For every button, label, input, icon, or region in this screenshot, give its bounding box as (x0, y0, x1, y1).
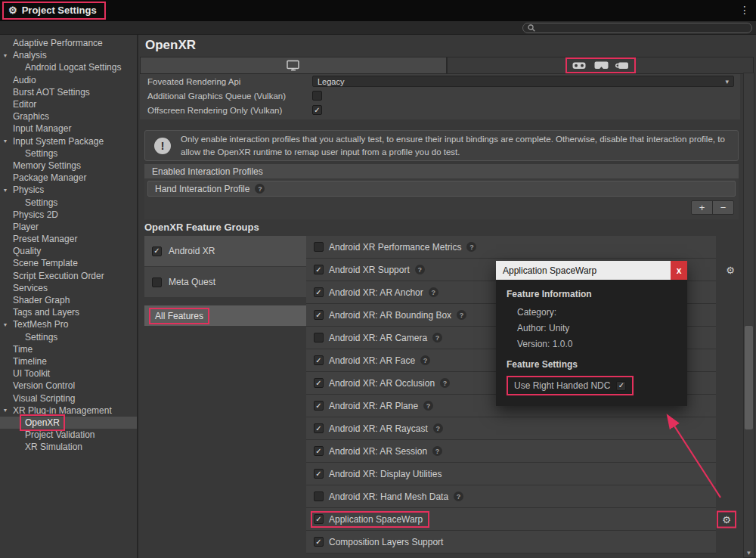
help-icon[interactable]: ? (255, 184, 265, 194)
checkbox-android-xr[interactable]: ✓ (152, 246, 162, 256)
sidebar-item-player[interactable]: Player (0, 221, 137, 233)
sidebar-item-ui-toolkit[interactable]: UI Toolkit (0, 367, 137, 380)
use-right-handed-ndc-row[interactable]: Use Right Handed NDC ✓ (508, 377, 632, 394)
checkbox-android-xr-support[interactable]: ✓ (314, 265, 324, 274)
tab-vr[interactable] (447, 57, 754, 74)
foldout-arrow-icon[interactable]: ▼ (0, 322, 11, 327)
checkbox-android-xr-ar-bounding-box[interactable]: ✓ (314, 310, 324, 320)
sidebar-item-version-control[interactable]: Version Control (0, 380, 137, 392)
vertical-scrollbar[interactable]: ▼ (743, 73, 754, 558)
profile-hand-interaction[interactable]: Hand Interaction Profile ? (147, 181, 736, 197)
sidebar-item-package-manager[interactable]: Package Manager (0, 172, 137, 184)
sidebar-item-input-manager[interactable]: Input Manager (0, 122, 137, 135)
checkbox-composition-layers-support[interactable]: ✓ (314, 537, 324, 547)
help-icon[interactable]: ? (433, 423, 443, 433)
checkbox-android-xr-performance-metrics[interactable] (314, 242, 324, 252)
sidebar-item-script-execution-order[interactable]: Script Execution Order (0, 270, 137, 282)
feature-row-android-xr-display-utilities[interactable]: ✓Android XR: Display Utilities (306, 463, 716, 485)
checkbox-android-xr-ar-face[interactable]: ✓ (314, 355, 324, 365)
checkbox-android-xr-ar-camera[interactable] (314, 333, 324, 343)
sidebar-item-graphics[interactable]: Graphics (0, 110, 137, 122)
checkbox-android-xr-ar-raycast[interactable]: ✓ (314, 423, 324, 433)
checkbox-android-xr-display-utilities[interactable]: ✓ (314, 469, 324, 479)
sidebar-item-xr-plug-in-management[interactable]: ▼XR Plug-in Management (0, 405, 137, 417)
foldout-arrow-icon[interactable]: ▼ (0, 188, 11, 193)
popup-titlebar[interactable]: Application SpaceWarp x (496, 261, 687, 280)
headset-strap-icon (615, 60, 629, 70)
sidebar-item-tags-and-layers[interactable]: Tags and Layers (0, 306, 137, 318)
sidebar-item-audio[interactable]: Audio (0, 74, 137, 86)
foldout-arrow-icon[interactable]: ▼ (0, 408, 11, 413)
feature-row-android-xr-performance-metrics[interactable]: Android XR Performance Metrics? (306, 236, 716, 259)
sidebar-item-openxr[interactable]: OpenXR (0, 417, 137, 429)
checkbox-android-xr-ar-anchor[interactable]: ✓ (314, 287, 324, 297)
sidebar-item-settings[interactable]: Settings (0, 331, 137, 343)
foldout-arrow-icon[interactable]: ▼ (0, 138, 11, 144)
feature-row-composition-layers-support[interactable]: ✓Composition Layers Support (306, 531, 716, 553)
sidebar-item-time[interactable]: Time (0, 343, 137, 355)
sidebar-item-android-logcat-settings[interactable]: Android Logcat Settings (0, 61, 137, 73)
sidebar-item-burst-aot-settings[interactable]: Burst AOT Settings (0, 86, 137, 98)
sidebar-item-xr-simulation[interactable]: XR Simulation (0, 441, 137, 453)
sidebar-item-scene-template[interactable]: Scene Template (0, 257, 137, 269)
checkbox-offscreen-rendering-only-vulkan[interactable]: ✓ (312, 105, 322, 115)
feature-row-android-xr-hand-mesh-data[interactable]: Android XR: Hand Mesh Data? (306, 485, 716, 508)
feature-group-android-xr[interactable]: ✓Android XR (144, 236, 306, 267)
checkbox-android-xr-ar-plane[interactable]: ✓ (314, 401, 324, 411)
feature-item: ✓Android XR Support? (312, 263, 430, 277)
help-icon[interactable]: ? (440, 378, 450, 388)
sidebar-item-services[interactable]: Services (0, 282, 137, 294)
sidebar-item-adaptive-performance[interactable]: Adaptive Performance (0, 37, 137, 49)
sidebar-item-visual-scripting[interactable]: Visual Scripting (0, 392, 137, 404)
popup-close-button[interactable]: x (671, 261, 687, 280)
gear-icon[interactable]: ⚙ (718, 512, 735, 526)
sidebar-item-physics[interactable]: ▼Physics (0, 184, 137, 196)
scrollbar-down-arrow[interactable]: ▼ (744, 550, 754, 557)
checkbox-application-spacewarp[interactable]: ✓ (314, 514, 324, 524)
checkbox-android-xr-ar-session[interactable]: ✓ (314, 446, 324, 456)
feature-group-meta-quest[interactable]: Meta Quest (144, 267, 306, 298)
gear-icon[interactable]: ⚙ (726, 265, 735, 274)
sidebar-item-timeline[interactable]: Timeline (0, 355, 137, 367)
remove-profile-button[interactable]: − (712, 201, 733, 214)
help-icon[interactable]: ? (432, 446, 442, 456)
search-box[interactable] (522, 23, 752, 33)
foldout-arrow-icon[interactable]: ▼ (0, 53, 11, 58)
sidebar-item-physics-2d[interactable]: Physics 2D (0, 209, 137, 221)
sidebar-item-input-system-package[interactable]: ▼Input System Package (0, 135, 137, 147)
checkbox-android-xr-ar-occlusion[interactable]: ✓ (314, 378, 324, 388)
sidebar-item-project-validation[interactable]: Project Validation (0, 429, 137, 441)
help-icon[interactable]: ? (454, 491, 463, 501)
sidebar-item-settings[interactable]: Settings (0, 147, 137, 160)
checkbox-meta-quest[interactable] (152, 277, 162, 287)
feature-group-all-features[interactable]: All Features (144, 305, 306, 326)
checkbox-additional-graphics-queue-vulkan[interactable] (312, 91, 322, 101)
sidebar-item-quality[interactable]: Quality (0, 245, 137, 257)
dropdown-foveated-rendering-api[interactable]: Legacy▾ (312, 76, 734, 87)
scrollbar-thumb[interactable] (745, 326, 753, 429)
sidebar-item-editor[interactable]: Editor (0, 98, 137, 110)
help-icon[interactable]: ? (420, 355, 430, 365)
checkbox-android-xr-hand-mesh-data[interactable] (314, 491, 324, 501)
sidebar-item-settings[interactable]: Settings (0, 196, 137, 208)
sidebar-item-shader-graph[interactable]: Shader Graph (0, 294, 137, 306)
search-input[interactable] (538, 23, 747, 33)
help-icon[interactable]: ? (457, 310, 466, 320)
add-profile-button[interactable]: + (692, 201, 712, 214)
window-menu-icon[interactable]: ⋮ (739, 4, 750, 16)
help-icon[interactable]: ? (466, 242, 476, 252)
ndc-checkbox[interactable]: ✓ (616, 381, 626, 391)
feature-row-android-xr-ar-raycast[interactable]: ✓Android XR: AR Raycast? (306, 417, 716, 440)
sidebar-item-textmesh-pro[interactable]: ▼TextMesh Pro (0, 318, 137, 330)
help-icon[interactable]: ? (415, 265, 425, 274)
sidebar-item-analysis[interactable]: ▼Analysis (0, 49, 137, 61)
help-icon[interactable]: ? (432, 333, 442, 343)
sidebar-item-preset-manager[interactable]: Preset Manager (0, 233, 137, 245)
feature-row-application-spacewarp[interactable]: ✓Application SpaceWarp⚙ (306, 508, 716, 531)
help-icon[interactable]: ? (423, 401, 433, 411)
project-settings-title-chip[interactable]: ⚙ Project Settings (2, 2, 106, 20)
tab-desktop[interactable] (140, 57, 447, 74)
help-icon[interactable]: ? (429, 287, 438, 297)
feature-row-android-xr-ar-session[interactable]: ✓Android XR: AR Session? (306, 440, 716, 463)
sidebar-item-memory-settings[interactable]: Memory Settings (0, 160, 137, 172)
